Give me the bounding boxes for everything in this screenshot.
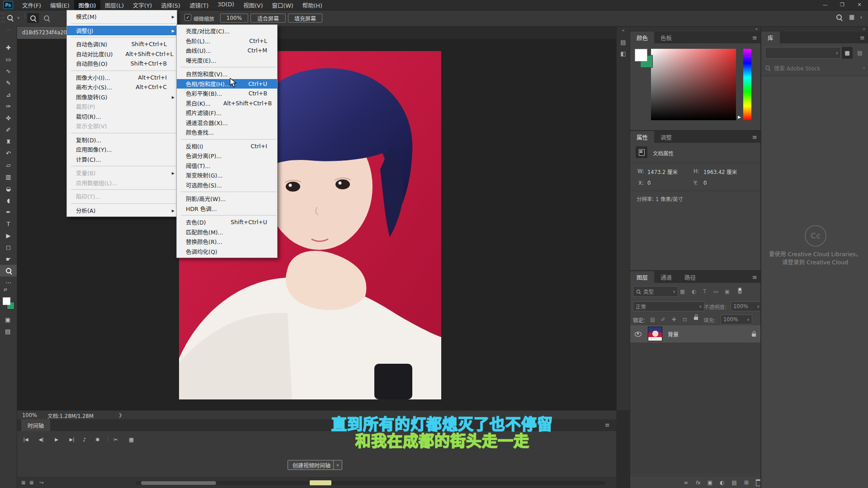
- zoom-level-field[interactable]: 100%: [22, 412, 37, 418]
- lock-position-icon[interactable]: ✚: [672, 316, 676, 323]
- status-chevron-icon[interactable]: ❯: [118, 413, 122, 418]
- adjustments-submenu-item[interactable]: 照片滤镜(F)...: [177, 108, 277, 118]
- tab-properties[interactable]: 属性: [630, 131, 654, 143]
- list-view-button[interactable]: ▤: [854, 47, 865, 59]
- expand-dock-icon[interactable]: «: [622, 28, 625, 33]
- search-icon[interactable]: [836, 14, 842, 21]
- split-clip-icon[interactable]: ✂: [113, 436, 118, 443]
- image-menu-item[interactable]: 图像旋转(G)▶: [67, 92, 177, 102]
- eraser-tool[interactable]: ▱: [0, 159, 17, 171]
- image-menu-item[interactable]: 自动对比度(U)Alt+Shift+Ctrl+L: [67, 49, 177, 59]
- adjustments-submenu-item[interactable]: 亮度/对比度(C)...: [177, 26, 277, 36]
- hue-slider-marker[interactable]: ▶: [738, 115, 741, 119]
- adjustments-submenu-item[interactable]: HDR 色调...: [177, 204, 277, 214]
- menubar-item[interactable]: 文件(F): [18, 0, 46, 11]
- move-tool[interactable]: ✚: [0, 42, 17, 53]
- screen-mode-icon[interactable]: ▤: [5, 328, 10, 335]
- adjustments-submenu-item[interactable]: 色调均化(Q): [177, 247, 277, 257]
- adjustments-submenu-item[interactable]: 匹配颜色(M)...: [177, 227, 277, 237]
- tool-ellipsis[interactable]: ⋯: [0, 277, 17, 288]
- timeline-thumbs-icon[interactable]: ▦: [21, 480, 25, 485]
- menubar-item[interactable]: 文字(Y): [128, 0, 156, 11]
- transition-icon[interactable]: ▦: [129, 436, 134, 443]
- lock-paint-icon[interactable]: ✐: [661, 316, 665, 323]
- layer-row-background[interactable]: 背景: [630, 325, 761, 343]
- color-panel-menu-icon[interactable]: ≡: [752, 34, 757, 41]
- panel-grip[interactable]: ⋮⋮⋮: [1, 12, 5, 24]
- shortcut-jump-icon[interactable]: ↪: [39, 479, 44, 486]
- menubar-item[interactable]: 视图(V): [239, 0, 267, 11]
- filter-toggle-pill[interactable]: [738, 287, 742, 294]
- tab-color[interactable]: 颜色: [630, 32, 654, 43]
- filter-pixel-icon[interactable]: ▦: [680, 288, 685, 295]
- maximize-button[interactable]: ❐: [834, 0, 851, 10]
- play-button[interactable]: ▶: [51, 435, 62, 444]
- tab-layers[interactable]: 图层: [630, 271, 654, 283]
- adjustments-submenu-item[interactable]: 反相(I)Ctrl+I: [177, 141, 277, 151]
- zoom-100-button[interactable]: 100%: [220, 14, 248, 23]
- adjustment-layer-icon[interactable]: ◐: [720, 479, 724, 486]
- lock-artboard-icon[interactable]: ⊡: [683, 316, 687, 323]
- minimize-button[interactable]: —: [816, 0, 834, 10]
- menubar-item[interactable]: 3D(D): [213, 0, 239, 11]
- menubar-item[interactable]: 滤镜(T): [185, 0, 213, 11]
- timeline-scrollbar[interactable]: [136, 481, 606, 485]
- blur-tool[interactable]: ◒: [0, 183, 17, 194]
- menubar-item[interactable]: 图层(L): [100, 0, 128, 11]
- adjustments-submenu-item[interactable]: 渐变映射(G)...: [177, 170, 277, 180]
- layer-name[interactable]: 背景: [668, 330, 679, 338]
- adjustments-submenu-item[interactable]: 通道混合器(X)...: [177, 118, 277, 128]
- adjustments-submenu-item[interactable]: 色调分离(P)...: [177, 151, 277, 161]
- history-brush-tool[interactable]: ↶: [0, 147, 17, 159]
- saturation-field[interactable]: [651, 49, 736, 120]
- collapse-dock-icon[interactable]: »: [755, 27, 758, 31]
- tab-channels[interactable]: 通道: [654, 271, 678, 283]
- zoom-out-button[interactable]: [41, 13, 52, 23]
- create-timeline-dropdown[interactable]: ∨: [333, 460, 342, 470]
- layer-visibility-eye-icon[interactable]: [635, 332, 642, 337]
- go-to-first-frame-button[interactable]: |◀: [20, 435, 31, 444]
- fit-screen-button[interactable]: 适合屏幕: [250, 14, 286, 23]
- adjustments-submenu-item[interactable]: 阈值(T)...: [177, 161, 277, 171]
- create-video-timeline-button[interactable]: 创建视频时间轴: [288, 460, 335, 470]
- workspace-chevron[interactable]: ∨: [860, 15, 863, 19]
- menubar-item[interactable]: 图像(I): [74, 0, 100, 11]
- layer-filter-type-dropdown[interactable]: 类型 ∨: [633, 286, 678, 297]
- collapse-libraries-icon[interactable]: »: [863, 27, 865, 31]
- scrubby-zoom-checkbox[interactable]: ✓: [184, 14, 191, 21]
- image-menu-item[interactable]: 裁切(R)...: [67, 112, 177, 122]
- timeline-thumbs2-icon[interactable]: ▦: [29, 480, 33, 485]
- eyedropper-tool[interactable]: ✑: [0, 100, 17, 112]
- type-tool[interactable]: T: [0, 218, 17, 230]
- collapsed-panel-icon-2[interactable]: ◧: [620, 50, 626, 57]
- fill-dropdown[interactable]: 100% ∨: [721, 314, 752, 324]
- menubar-item[interactable]: 选择(S): [156, 0, 185, 11]
- hue-slider[interactable]: [743, 49, 751, 120]
- pen-tool[interactable]: ✒: [0, 206, 17, 218]
- tab-libraries[interactable]: 库: [761, 32, 780, 43]
- audio-toggle-icon[interactable]: ♪: [83, 436, 86, 443]
- image-menu-item[interactable]: 计算(C)...: [67, 155, 177, 164]
- image-menu-item[interactable]: 自动颜色(O)Shift+Ctrl+B: [67, 59, 177, 69]
- adjustments-submenu-item[interactable]: 颜色查找...: [177, 127, 277, 137]
- layer-style-icon[interactable]: fx: [695, 480, 700, 486]
- foreground-color-swatch[interactable]: [3, 297, 10, 305]
- dodge-tool[interactable]: ◖: [0, 194, 17, 206]
- tab-paths[interactable]: 路径: [678, 271, 702, 283]
- image-menu-item[interactable]: 画布大小(S)...Alt+Ctrl+C: [67, 82, 177, 92]
- timeline-work-area-marker[interactable]: [310, 480, 331, 485]
- adjustments-submenu-item[interactable]: 去色(D)Shift+Ctrl+U: [177, 217, 277, 227]
- adjustments-submenu-item[interactable]: 曲线(U)...Ctrl+M: [177, 46, 277, 56]
- tab-timeline[interactable]: 时间轴: [21, 419, 50, 431]
- adjustments-submenu-item[interactable]: 色阶(L)...Ctrl+L: [177, 36, 277, 46]
- gradient-tool[interactable]: ▥: [0, 171, 17, 183]
- image-menu-item[interactable]: 应用图像(Y)...: [67, 145, 177, 155]
- foreground-color-box[interactable]: [635, 49, 647, 61]
- clone-stamp-tool[interactable]: ♜: [0, 136, 17, 147]
- lock-transparency-icon[interactable]: ▨: [650, 316, 655, 323]
- adjustments-submenu-item[interactable]: 曝光度(E)...: [177, 56, 277, 66]
- quick-selection-tool[interactable]: ✎: [0, 77, 17, 89]
- tab-adjustments[interactable]: 调整: [654, 131, 678, 143]
- properties-panel-menu-icon[interactable]: ≡: [752, 134, 757, 141]
- brush-tool[interactable]: ✐: [0, 124, 17, 136]
